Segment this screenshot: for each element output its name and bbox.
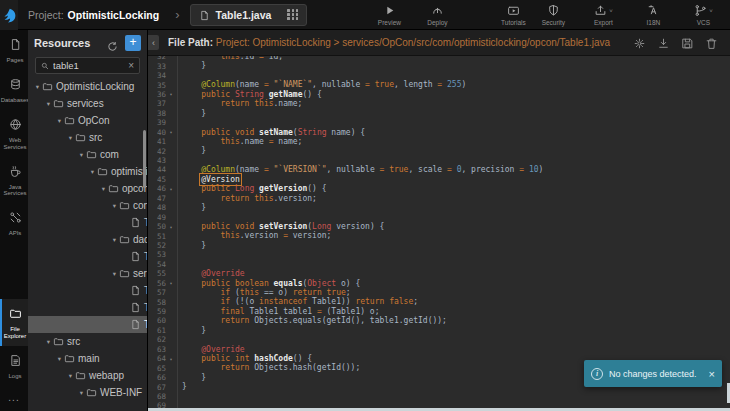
tree-folder[interactable]: ▾opcon <box>28 180 147 197</box>
code-line-34[interactable] <box>182 71 543 80</box>
add-resource-button[interactable]: + <box>125 35 141 51</box>
toast-close-icon[interactable]: × <box>709 368 715 380</box>
caret-down-icon[interactable]: ▾ <box>77 389 86 397</box>
code-lines[interactable]: this.id = id; } @Column(name = "`NAME`",… <box>178 56 543 411</box>
caret-down-icon[interactable]: ▾ <box>44 338 53 346</box>
code-line-56[interactable]: public boolean equals(Object o) { <box>182 279 543 288</box>
code-line-62[interactable] <box>182 335 543 344</box>
code-line-42[interactable]: } <box>182 146 543 155</box>
caret-down-icon[interactable]: ▾ <box>66 134 75 142</box>
resource-search[interactable]: × <box>35 57 140 74</box>
caret-down-icon[interactable]: ▾ <box>99 185 108 193</box>
tutorials-button[interactable]: Tutorials <box>493 4 533 26</box>
tree-folder[interactable]: ▾main <box>28 350 147 367</box>
tree-folder[interactable]: ▾OpCon <box>28 112 147 129</box>
tree-folder[interactable]: ▾OptimisticLocking <box>28 78 147 95</box>
tree-folder[interactable]: ▾src <box>28 129 147 146</box>
i18n-button[interactable]: I18N <box>633 4 673 26</box>
tree-folder[interactable]: ▾com <box>28 146 147 163</box>
clear-search-icon[interactable]: × <box>128 60 134 71</box>
sidebar-item-pages[interactable]: Pages <box>0 30 28 70</box>
tree-file[interactable]: Table1.java <box>28 316 147 333</box>
code-line-66[interactable]: } <box>182 373 543 382</box>
caret-down-icon[interactable]: ▾ <box>110 236 119 244</box>
collapse-panel-button[interactable]: ‹ <box>148 35 159 50</box>
tab-table1-java[interactable]: Table1.java <box>190 4 308 26</box>
code-line-61[interactable]: } <box>182 326 543 335</box>
code-line-41[interactable]: this.name = name; <box>182 137 543 146</box>
code-line-51[interactable]: this.version = version; <box>182 231 543 240</box>
code-line-55[interactable]: @Override <box>182 269 543 278</box>
fold-icon[interactable]: ▾ <box>166 280 176 286</box>
refresh-icon[interactable] <box>107 38 118 49</box>
tree-file[interactable]: T <box>28 248 147 265</box>
code-line-40[interactable]: public void setName(String name) { <box>182 128 543 137</box>
deploy-button[interactable]: Deploy <box>417 4 457 26</box>
code-line-44[interactable]: @Column(name = "`VERSION`", nullable = t… <box>182 165 543 174</box>
tree-folder[interactable]: ▾services <box>28 95 147 112</box>
caret-down-icon[interactable]: ▾ <box>55 355 64 363</box>
sidebar-item-java-services[interactable]: Java Services <box>0 157 28 204</box>
preview-button[interactable]: Preview <box>369 4 409 26</box>
caret-down-icon[interactable]: ▾ <box>110 270 119 278</box>
sidebar-item-logs[interactable]: Logs <box>0 346 28 386</box>
code-line-52[interactable]: } <box>182 241 543 250</box>
caret-down-icon[interactable]: ▾ <box>33 83 42 91</box>
code-line-68[interactable] <box>182 392 543 401</box>
tree-folder[interactable]: ▾dao <box>28 231 147 248</box>
code-line-38[interactable]: } <box>182 109 543 118</box>
code-line-43[interactable] <box>182 156 543 165</box>
code-editor[interactable]: 3233343536▾37383940▾414243444546▾4748495… <box>148 56 730 411</box>
tree-file[interactable]: T <box>28 299 147 316</box>
project-breadcrumb[interactable]: Project: OptimisticLocking <box>28 9 159 21</box>
tree-file[interactable]: T <box>28 214 147 231</box>
code-line-45[interactable]: @Version <box>182 175 543 184</box>
tree-folder[interactable]: ▾optimisticlocking <box>28 163 147 180</box>
settings-icon[interactable] <box>633 36 646 49</box>
tree-folder[interactable]: ▾src <box>28 333 147 350</box>
sidebar-item-apis[interactable]: APIs <box>0 203 28 243</box>
code-line-65[interactable]: return Objects.hash(getId()); <box>182 363 543 372</box>
delete-icon[interactable] <box>705 36 718 49</box>
code-line-58[interactable]: if (!(o instanceof Table1)) return false… <box>182 297 543 306</box>
fold-icon[interactable]: ▾ <box>166 186 176 192</box>
fold-icon[interactable]: ▾ <box>166 356 176 362</box>
grid-icon[interactable] <box>287 9 298 20</box>
sidebar-more-button[interactable]: ... <box>0 386 28 411</box>
export-button[interactable]: ˅Export <box>583 4 623 26</box>
fold-icon[interactable]: ▾ <box>166 224 176 230</box>
caret-down-icon[interactable]: ▾ <box>44 100 53 108</box>
code-line-37[interactable]: return this.name; <box>182 99 543 108</box>
code-line-63[interactable]: @Override <box>182 345 543 354</box>
tree-folder[interactable]: ▾webapp <box>28 367 147 384</box>
fold-icon[interactable]: ▾ <box>166 91 176 97</box>
code-line-60[interactable]: return Objects.equals(getId(), table1.ge… <box>182 316 543 325</box>
tree-folder[interactable]: ▾WEB-INF <box>28 384 147 401</box>
code-line-46[interactable]: public Long getVersion() { <box>182 184 543 193</box>
code-line-54[interactable] <box>182 260 543 269</box>
code-line-67[interactable]: } <box>182 382 543 391</box>
caret-down-icon[interactable]: ▾ <box>88 168 97 176</box>
caret-down-icon[interactable]: ▾ <box>77 151 86 159</box>
save-icon[interactable] <box>681 36 694 49</box>
tree-file[interactable]: T <box>28 282 147 299</box>
code-line-47[interactable]: return this.version; <box>182 194 543 203</box>
caret-down-icon[interactable]: ▾ <box>66 372 75 380</box>
download-icon[interactable] <box>657 36 670 49</box>
code-line-49[interactable] <box>182 212 543 221</box>
code-line-53[interactable] <box>182 250 543 259</box>
caret-down-icon[interactable]: ▾ <box>110 202 119 210</box>
vcs-button[interactable]: ˅VCS <box>683 4 723 26</box>
code-line-64[interactable]: public int hashCode() { <box>182 354 543 363</box>
sidebar-item-file-explorer[interactable]: File Explorer <box>0 299 28 346</box>
tree-scrollbar[interactable] <box>143 130 146 188</box>
fold-icon[interactable]: ▾ <box>166 129 176 135</box>
code-line-48[interactable]: } <box>182 203 543 212</box>
app-logo[interactable] <box>0 0 18 30</box>
tree-folder[interactable]: ▾services <box>28 265 147 282</box>
code-line-59[interactable]: final Table1 table1 = (Table1) o; <box>182 307 543 316</box>
caret-down-icon[interactable]: ▾ <box>55 117 64 125</box>
code-line-36[interactable]: public String getName() { <box>182 90 543 99</box>
code-line-35[interactable]: @Column(name = "`NAME`", nullable = true… <box>182 80 543 89</box>
sidebar-item-web-services[interactable]: Web Services <box>0 110 28 157</box>
